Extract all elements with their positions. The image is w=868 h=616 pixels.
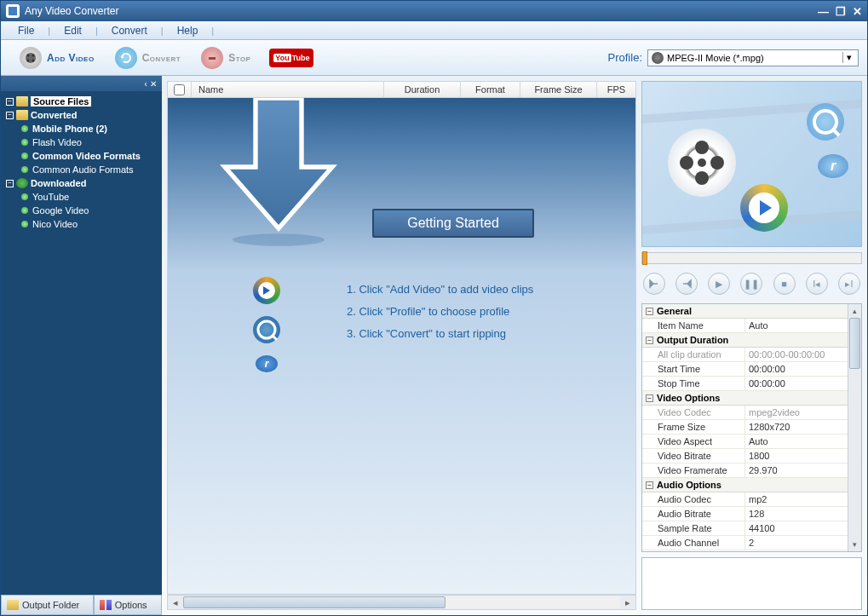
collapse-icon[interactable]: −: [646, 337, 653, 344]
tree-item[interactable]: Common Video Formats: [32, 151, 141, 161]
stop-icon: [201, 47, 223, 69]
bullet-icon: [21, 125, 28, 132]
expand-icon[interactable]: −: [6, 180, 14, 187]
menu-edit[interactable]: Edit: [55, 23, 90, 38]
prop-row[interactable]: Video Framerate29.970: [642, 463, 861, 478]
sidebar-close-icon[interactable]: ✕: [150, 79, 157, 89]
expand-icon[interactable]: −: [6, 98, 14, 106]
prop-row[interactable]: Video Codecmpeg2video: [642, 406, 861, 420]
column-duration[interactable]: Duration: [384, 82, 461, 97]
add-video-button[interactable]: Add Video: [9, 43, 105, 72]
collapse-icon[interactable]: −: [646, 394, 653, 402]
prop-row[interactable]: Audio Bitrate128: [642, 507, 861, 521]
tree-item[interactable]: Mobile Phone (2): [32, 124, 107, 134]
column-fps[interactable]: FPS: [597, 82, 635, 97]
close-button[interactable]: ✕: [853, 5, 862, 18]
scroll-up-icon[interactable]: ▴: [848, 304, 861, 318]
seek-position[interactable]: [642, 251, 647, 265]
bullet-icon: [21, 166, 28, 173]
prop-row[interactable]: Stop Time00:00:00: [642, 377, 861, 391]
globe-icon: [16, 178, 28, 188]
mark-in-button[interactable]: [643, 273, 665, 295]
pause-button[interactable]: ❚❚: [740, 273, 762, 295]
prop-row[interactable]: Video AspectAuto: [642, 435, 861, 449]
section-output-duration[interactable]: −Output Duration: [642, 333, 861, 348]
stop-playback-button[interactable]: ■: [773, 273, 796, 295]
next-button[interactable]: ▸I: [838, 273, 860, 295]
tree-item[interactable]: YouTube: [32, 192, 69, 202]
properties-panel: −General Item NameAuto −Output Duration …: [641, 303, 862, 552]
titlebar[interactable]: Any Video Converter — ❐ ✕: [1, 1, 867, 21]
tree-item[interactable]: Google Video: [32, 205, 89, 216]
stop-button[interactable]: Stop: [191, 43, 261, 72]
tree-item[interactable]: Nico Video: [32, 219, 78, 229]
menu-help[interactable]: Help: [169, 23, 207, 38]
prev-button[interactable]: I◂: [806, 273, 828, 295]
svg-point-2: [27, 54, 30, 56]
section-video-options[interactable]: −Video Options: [642, 391, 861, 406]
notes-area[interactable]: [641, 557, 862, 610]
svg-point-10: [695, 171, 709, 185]
window-title: Any Video Converter: [25, 5, 818, 17]
column-name[interactable]: Name: [192, 82, 384, 97]
scroll-thumb[interactable]: [849, 318, 860, 369]
prop-row[interactable]: Video Bitrate1800: [642, 449, 861, 463]
prop-row[interactable]: Audio Channel2: [642, 536, 861, 550]
prop-row[interactable]: Frame Size1280x720: [642, 420, 861, 435]
steps-text: 1. Click "Add Video" to add video clips …: [347, 279, 533, 345]
prop-row[interactable]: Sample Rate44100: [642, 521, 861, 536]
getting-started-button[interactable]: Getting Started: [372, 209, 534, 238]
scroll-down-icon[interactable]: ▾: [848, 538, 861, 551]
vertical-scrollbar[interactable]: ▴ ▾: [848, 304, 861, 551]
section-general[interactable]: −General: [642, 304, 861, 319]
output-folder-button[interactable]: Output Folder: [1, 595, 94, 615]
horizontal-scrollbar[interactable]: ◂ ▸: [167, 595, 636, 610]
column-framesize[interactable]: Frame Size: [520, 82, 597, 97]
options-icon: [100, 600, 105, 610]
wmp-icon: [253, 277, 280, 304]
tree-converted[interactable]: Converted: [31, 110, 77, 120]
reel-icon: [668, 129, 736, 197]
collapse-icon[interactable]: −: [646, 481, 653, 489]
prop-row[interactable]: Audio Codecmp2: [642, 492, 861, 507]
menubar: File| Edit| Convert| Help|: [1, 21, 867, 40]
minimize-button[interactable]: —: [818, 5, 829, 18]
sidebar-collapse-icon[interactable]: ‹: [145, 79, 147, 89]
bullet-icon: [21, 153, 28, 159]
scroll-thumb[interactable]: [183, 596, 445, 608]
menu-convert[interactable]: Convert: [103, 23, 156, 38]
bullet-icon: [21, 207, 28, 214]
svg-point-1: [26, 53, 36, 63]
scroll-left-icon[interactable]: ◂: [168, 597, 183, 608]
prop-row[interactable]: All clip duration00:00:00-00:00:00: [642, 348, 861, 362]
column-checkbox[interactable]: [168, 82, 192, 97]
seek-bar[interactable]: [641, 252, 862, 264]
maximize-button[interactable]: ❐: [836, 5, 846, 18]
bullet-icon: [21, 221, 28, 227]
tree-item[interactable]: Flash Video: [32, 137, 82, 147]
tree-item[interactable]: Common Audio Formats: [32, 164, 134, 175]
options-button[interactable]: Options: [94, 595, 162, 615]
tree-downloaded[interactable]: Downloaded: [31, 178, 86, 188]
play-button[interactable]: ▶: [708, 273, 730, 295]
youtube-button[interactable]: YouTube: [269, 49, 313, 67]
realplayer-icon: r: [818, 154, 848, 178]
dropdown-icon: ▾: [842, 52, 854, 63]
profile-select[interactable]: MPEG-II Movie (*.mpg) ▾: [647, 49, 859, 66]
mark-out-button[interactable]: [675, 273, 698, 295]
scroll-right-icon[interactable]: ▸: [620, 597, 635, 608]
prop-row[interactable]: Item NameAuto: [642, 319, 861, 333]
svg-point-9: [695, 141, 709, 154]
convert-button[interactable]: Convert: [105, 43, 192, 72]
convert-icon: [115, 47, 137, 69]
expand-icon[interactable]: −: [6, 112, 14, 119]
section-audio-options[interactable]: −Audio Options: [642, 478, 861, 492]
prop-row[interactable]: Start Time00:00:00: [642, 362, 861, 377]
menu-file[interactable]: File: [9, 23, 43, 38]
step-1: 1. Click "Add Video" to add video clips: [347, 279, 533, 301]
select-all-checkbox[interactable]: [174, 84, 185, 95]
tree-source-files[interactable]: Source Files: [31, 96, 91, 107]
collapse-icon[interactable]: −: [646, 308, 653, 315]
preview-area: r: [641, 81, 862, 247]
column-format[interactable]: Format: [461, 82, 520, 97]
